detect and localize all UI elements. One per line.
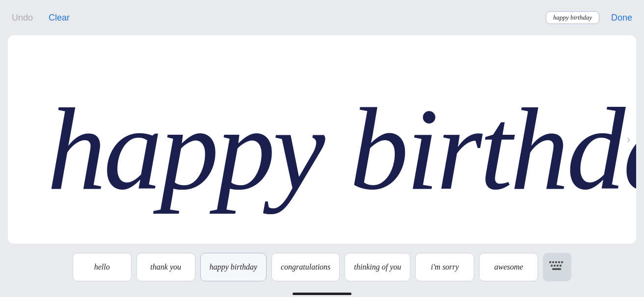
suggestion-thank-you-label: thank you	[150, 263, 181, 272]
svg-rect-1	[549, 261, 551, 263]
keyboard-icon	[549, 261, 565, 273]
clear-button[interactable]: Clear	[49, 13, 70, 23]
done-button[interactable]: Done	[611, 13, 632, 23]
suggestion-thinking-of-you[interactable]: thinking of you	[345, 253, 410, 281]
scroll-indicator	[293, 293, 351, 295]
svg-rect-7	[554, 265, 556, 267]
undo-button[interactable]: Undo	[12, 13, 33, 23]
preview-text: happy birthday	[553, 14, 592, 21]
suggestion-hello[interactable]: hello	[73, 253, 132, 281]
preview-badge: happy birthday	[546, 11, 599, 24]
suggestion-congratulations[interactable]: congratulations	[271, 253, 340, 281]
suggestion-happy-birthday-label: happy birthday	[210, 263, 257, 272]
suggestion-happy-birthday[interactable]: happy birthday	[200, 253, 267, 281]
suggestions-bar: hello thank you happy birthday congratul…	[0, 244, 644, 293]
svg-rect-6	[551, 265, 553, 267]
keyboard-button[interactable]	[543, 253, 571, 281]
svg-rect-2	[552, 261, 554, 263]
svg-rect-3	[555, 261, 557, 263]
suggestion-thinking-of-you-label: thinking of you	[354, 263, 401, 272]
svg-text:happy birthday: happy birthday	[47, 84, 636, 214]
top-bar-right: happy birthday Done	[546, 11, 632, 24]
suggestion-im-sorry-label: i'm sorry	[431, 263, 459, 272]
top-bar-left: Undo Clear	[12, 13, 70, 23]
svg-rect-4	[558, 261, 560, 263]
svg-rect-10	[552, 268, 561, 270]
suggestion-thank-you[interactable]: thank you	[136, 253, 195, 281]
handwriting-svg: happy birthday	[8, 35, 636, 244]
chevron-right-icon[interactable]: ›	[627, 133, 630, 146]
svg-rect-5	[561, 261, 563, 263]
suggestion-im-sorry[interactable]: i'm sorry	[415, 253, 474, 281]
handwriting-canvas[interactable]: happy birthday ›	[8, 35, 636, 244]
top-bar: Undo Clear happy birthday Done	[0, 0, 644, 35]
suggestion-congratulations-label: congratulations	[281, 263, 330, 272]
suggestion-hello-label: hello	[94, 263, 110, 272]
svg-rect-9	[560, 265, 562, 267]
suggestion-awesome[interactable]: awesome	[479, 253, 538, 281]
svg-rect-8	[557, 265, 559, 267]
suggestion-awesome-label: awesome	[494, 263, 523, 272]
